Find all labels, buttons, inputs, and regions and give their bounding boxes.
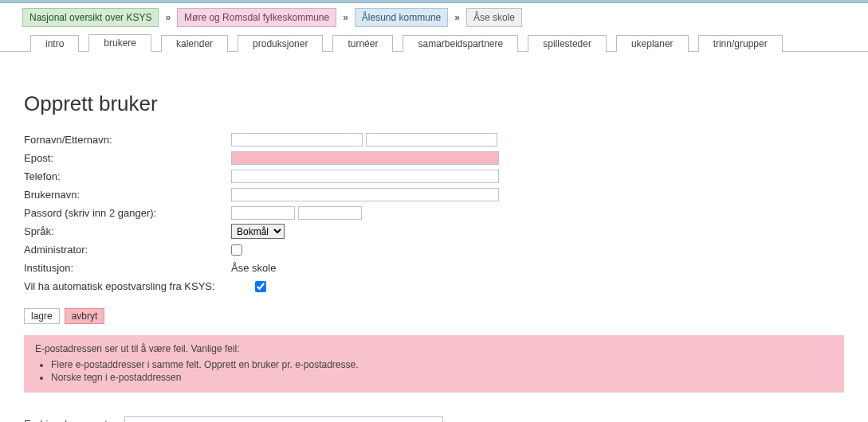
row-comment: Endringskommentar: [24, 416, 844, 422]
tab-produksjoner[interactable]: produksjoner [238, 35, 323, 52]
label-passord: Passord (skriv inn 2 ganger): [24, 205, 231, 221]
crumb-sep-icon: » [341, 12, 350, 23]
tab-samarbeidspartnere[interactable]: samarbeidspartnere [403, 35, 518, 52]
error-item: Flere e-postaddresser i samme felt. Oppr… [51, 359, 833, 370]
tab-kalender[interactable]: kalender [161, 35, 228, 52]
crumb-sep-icon: » [163, 12, 172, 23]
input-epost[interactable] [231, 151, 499, 165]
tab-trinn-grupper[interactable]: trinn/grupper [698, 35, 783, 52]
save-button[interactable]: lagre [24, 308, 60, 324]
row-telefon: Telefon: [24, 169, 844, 184]
cancel-button[interactable]: avbryt [65, 308, 105, 324]
row-fornavn: Fornavn/Etternavn: [24, 132, 844, 147]
crumb-sep-icon: » [453, 12, 461, 23]
label-brukernavn: Brukernavn: [24, 187, 231, 202]
button-row: lagre avbryt [24, 308, 844, 324]
row-passord: Passord (skriv inn 2 ganger): [24, 205, 844, 221]
page-title: Opprett bruker [24, 92, 844, 116]
tab-ukeplaner[interactable]: ukeplaner [616, 35, 689, 52]
tabs: intro brukere kalender produksjoner turn… [0, 33, 868, 52]
page-body: Opprett bruker Fornavn/Etternavn: Epost:… [0, 52, 868, 422]
input-brukernavn[interactable] [231, 188, 499, 201]
row-varsling: Vil ha automatisk epostvarsling fra KSYS… [24, 279, 844, 294]
input-passord-2[interactable] [298, 206, 362, 220]
row-admin: Administrator: [24, 242, 844, 257]
label-fornavn: Fornavn/Etternavn: [24, 132, 231, 147]
input-telefon[interactable] [231, 170, 499, 183]
tab-intro[interactable]: intro [30, 35, 79, 52]
tab-turneer[interactable]: turnéer [332, 35, 393, 52]
label-comment: Endringskommentar: [24, 416, 120, 422]
label-sprak: Språk: [24, 224, 231, 239]
row-institusjon: Institusjon: Åse skole [24, 260, 844, 275]
row-brukernavn: Brukernavn: [24, 187, 844, 202]
checkbox-admin[interactable] [231, 244, 242, 256]
label-admin: Administrator: [24, 242, 231, 257]
label-institusjon: Institusjon: [24, 260, 231, 275]
textarea-comment[interactable] [124, 416, 443, 422]
label-varsling: Vil ha automatisk epostvarsling fra KSYS… [24, 279, 255, 294]
row-epost: Epost: [24, 150, 844, 166]
error-box: E-postadressen ser ut til å være feil. V… [24, 335, 844, 393]
breadcrumb-skole[interactable]: Åse skole [466, 8, 522, 27]
tab-brukere[interactable]: brukere [88, 34, 151, 52]
input-fornavn[interactable] [231, 133, 363, 147]
breadcrumb-fylke[interactable]: Møre og Romsdal fylkeskommune [177, 8, 336, 27]
label-epost: Epost: [24, 150, 231, 166]
select-sprak[interactable]: Bokmål [231, 224, 285, 239]
tab-spillesteder[interactable]: spillesteder [528, 35, 607, 52]
breadcrumb-kommune[interactable]: Ålesund kommune [355, 8, 448, 27]
row-sprak: Språk: Bokmål [24, 224, 844, 239]
breadcrumbs: Nasjonal oversikt over KSYS » Møre og Ro… [0, 3, 868, 33]
value-institusjon: Åse skole [231, 262, 276, 274]
input-etternavn[interactable] [366, 133, 497, 147]
error-heading: E-postadressen ser ut til å være feil. V… [35, 343, 833, 354]
breadcrumb-national[interactable]: Nasjonal oversikt over KSYS [22, 8, 159, 27]
label-telefon: Telefon: [24, 169, 231, 184]
input-passord-1[interactable] [231, 206, 295, 220]
checkbox-varsling[interactable] [255, 281, 266, 292]
error-item: Norske tegn i e-postaddressen [51, 372, 833, 383]
